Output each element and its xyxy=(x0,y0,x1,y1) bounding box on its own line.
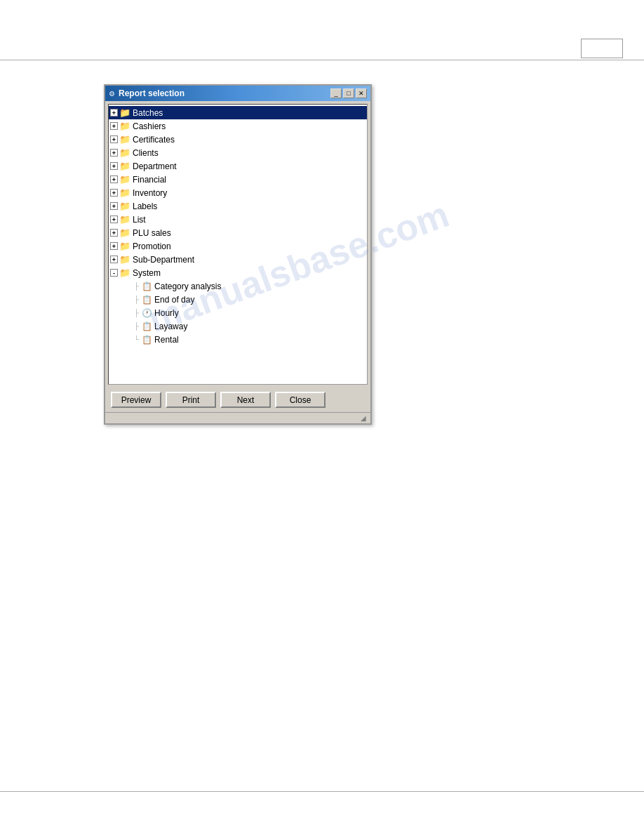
folder-icon-certificates: 📁 xyxy=(119,134,130,145)
expand-cashiers[interactable]: + xyxy=(110,122,118,130)
tree-item-list[interactable]: + 📁 List xyxy=(109,213,367,226)
folder-icon-plu-sales: 📁 xyxy=(119,227,130,238)
top-rule xyxy=(0,60,644,60)
label-end-of-day: End of day xyxy=(154,295,194,305)
close-dialog-button[interactable]: Close xyxy=(275,392,326,408)
expand-batches[interactable]: + xyxy=(110,109,118,117)
tree-item-hourly[interactable]: ├ 🕐 Hourly xyxy=(109,306,367,319)
tree-item-clients[interactable]: + 📁 Clients xyxy=(109,146,367,159)
report-selection-dialog: ⚙ Report selection _ □ ✕ + 📁 Batches + 📁… xyxy=(104,84,372,425)
label-plu-sales: PLU sales xyxy=(133,228,171,238)
minimize-button[interactable]: _ xyxy=(330,88,342,98)
label-promotion: Promotion xyxy=(133,241,171,251)
bottom-rule xyxy=(0,791,644,792)
next-button[interactable]: Next xyxy=(220,392,271,408)
dialog-icon: ⚙ xyxy=(109,90,115,98)
expand-clients[interactable]: + xyxy=(110,149,118,157)
titlebar-left: ⚙ Report selection xyxy=(109,88,185,98)
titlebar: ⚙ Report selection _ □ ✕ xyxy=(105,86,370,101)
label-sub-department: Sub-Department xyxy=(133,255,194,265)
label-list: List xyxy=(133,215,146,225)
label-labels: Labels xyxy=(133,201,157,211)
label-inventory: Inventory xyxy=(133,188,167,198)
tree-item-plu-sales[interactable]: + 📁 PLU sales xyxy=(109,226,367,239)
status-bar: ◢ xyxy=(105,412,370,423)
tree-item-certificates[interactable]: + 📁 Certificates xyxy=(109,133,367,146)
label-cashiers: Cashiers xyxy=(133,121,166,131)
folder-icon-cashiers: 📁 xyxy=(119,121,130,131)
label-layaway: Layaway xyxy=(154,322,187,331)
folder-icon-batches: 📁 xyxy=(119,107,130,118)
dialog-title: Report selection xyxy=(119,88,185,98)
label-financial: Financial xyxy=(133,175,166,185)
tree-item-sub-department[interactable]: + 📁 Sub-Department xyxy=(109,253,367,266)
tree-item-cashiers[interactable]: + 📁 Cashiers xyxy=(109,119,367,133)
expand-inventory[interactable]: + xyxy=(110,189,118,197)
tree: + 📁 Batches + 📁 Cashiers + 📁 Certificate… xyxy=(109,105,367,348)
folder-icon-system: 📁 xyxy=(119,267,130,278)
expand-sub-department[interactable]: + xyxy=(110,256,118,263)
label-rental: Rental xyxy=(154,335,179,345)
top-right-box xyxy=(581,39,623,58)
label-department: Department xyxy=(133,161,177,171)
folder-icon-department: 📁 xyxy=(119,161,130,171)
expand-plu-sales[interactable]: + xyxy=(110,229,118,237)
tree-item-promotion[interactable]: + 📁 Promotion xyxy=(109,239,367,253)
folder-icon-sub-department: 📁 xyxy=(119,254,130,265)
tree-item-layaway[interactable]: ├ 📋 Layaway xyxy=(109,319,367,333)
label-hourly: Hourly xyxy=(154,308,179,318)
doc-icon-end-of-day: 📋 xyxy=(142,295,152,305)
folder-icon-inventory: 📁 xyxy=(119,187,130,198)
folder-icon-financial: 📁 xyxy=(119,174,130,185)
tree-item-end-of-day[interactable]: ├ 📋 End of day xyxy=(109,293,367,306)
titlebar-buttons: _ □ ✕ xyxy=(330,88,367,98)
folder-icon-clients: 📁 xyxy=(119,147,130,158)
tree-item-system[interactable]: - 📁 System xyxy=(109,266,367,279)
expand-labels[interactable]: + xyxy=(110,202,118,210)
tree-item-inventory[interactable]: + 📁 Inventory xyxy=(109,186,367,199)
close-button[interactable]: ✕ xyxy=(356,88,367,98)
tree-container: + 📁 Batches + 📁 Cashiers + 📁 Certificate… xyxy=(108,104,368,385)
tree-item-financial[interactable]: + 📁 Financial xyxy=(109,173,367,186)
expand-list[interactable]: + xyxy=(110,216,118,223)
tree-item-labels[interactable]: + 📁 Labels xyxy=(109,199,367,213)
folder-icon-labels: 📁 xyxy=(119,201,130,211)
label-category-analysis: Category analysis xyxy=(154,282,221,291)
expand-promotion[interactable]: + xyxy=(110,242,118,250)
preview-button[interactable]: Preview xyxy=(111,392,161,408)
restore-button[interactable]: □ xyxy=(343,88,354,98)
button-bar: Preview Print Next Close xyxy=(105,388,370,412)
label-batches: Batches xyxy=(133,108,163,118)
folder-icon-list: 📁 xyxy=(119,214,130,225)
tree-item-department[interactable]: + 📁 Department xyxy=(109,159,367,173)
resize-grip: ◢ xyxy=(361,414,369,423)
folder-icon-promotion: 📁 xyxy=(119,241,130,251)
expand-financial[interactable]: + xyxy=(110,176,118,183)
expand-certificates[interactable]: + xyxy=(110,135,118,143)
label-certificates: Certificates xyxy=(133,135,175,145)
doc-icon-rental: 📋 xyxy=(142,335,152,345)
tree-item-category-analysis[interactable]: ├ 📋 Category analysis xyxy=(109,279,367,293)
doc-icon-layaway: 📋 xyxy=(142,322,152,331)
doc-icon-hourly: 🕐 xyxy=(142,308,152,318)
tree-item-batches[interactable]: + 📁 Batches xyxy=(109,106,367,119)
tree-item-rental[interactable]: └ 📋 Rental xyxy=(109,333,367,346)
print-button[interactable]: Print xyxy=(166,392,216,408)
label-clients: Clients xyxy=(133,148,159,158)
label-system: System xyxy=(133,268,161,278)
expand-department[interactable]: + xyxy=(110,162,118,170)
expand-system[interactable]: - xyxy=(110,269,118,277)
doc-icon-category-analysis: 📋 xyxy=(142,282,152,291)
